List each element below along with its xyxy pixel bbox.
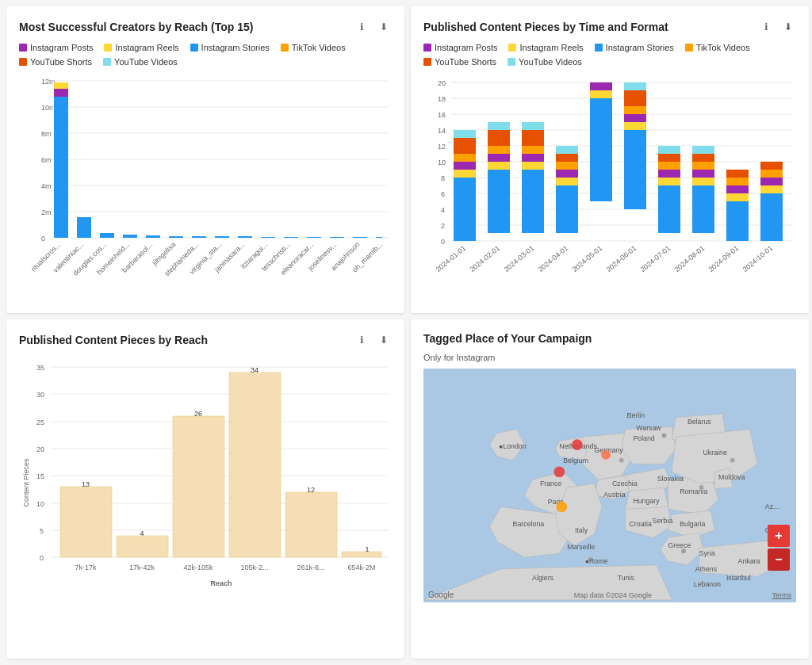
bar-8 [215, 236, 229, 238]
google-logo: Google [428, 590, 454, 599]
label-marseille: Marseille [567, 543, 595, 551]
svg-text:35: 35 [36, 364, 44, 372]
zoom-out-button[interactable]: − [768, 548, 790, 571]
svg-text:20: 20 [438, 79, 446, 87]
bar-oct-stories [760, 193, 783, 241]
bar-jun-posts [624, 114, 646, 122]
label-istanbul: Istanbul [726, 574, 751, 582]
bar-feb-reels [488, 162, 510, 170]
content-time-download-icon[interactable]: ⬇ [780, 19, 796, 35]
creators-actions: ℹ ⬇ [354, 19, 392, 35]
label-slovakia: Slovakia [657, 475, 684, 483]
bar-1-posts [54, 89, 68, 97]
label-london: ●London [499, 442, 527, 450]
creators-svg: 12m 10m 8m 6m 4m 2m 0 [19, 75, 392, 249]
legend-ct-youtube-videos: YouTube Videos [508, 57, 582, 67]
svg-text:17k-42k: 17k-42k [129, 564, 155, 571]
map-dot-7 [730, 458, 735, 463]
bar-13 [330, 237, 344, 238]
map-container[interactable]: Netherlands Belgium Germany Poland Belar… [423, 369, 796, 602]
bar-9 [238, 236, 252, 238]
bar-aug-stories [692, 185, 714, 233]
svg-text:0: 0 [40, 554, 44, 562]
bar-may-reels [590, 90, 612, 98]
bar-may-posts [590, 82, 612, 90]
bar-17k-42k [117, 536, 168, 557]
bar-sep-shorts [726, 170, 749, 178]
y-axis-title: Content Pieces [22, 458, 30, 507]
creators-download-icon[interactable]: ⬇ [376, 19, 392, 35]
y-label-0: 0 [41, 235, 45, 243]
bar-sep-reels [726, 193, 749, 201]
map-dot-10 [588, 557, 593, 562]
bar-feb-tiktok [488, 146, 510, 154]
svg-text:261k-6...: 261k-6... [297, 564, 324, 571]
zoom-in-button[interactable]: + [768, 525, 790, 547]
label-spain: Barcelona [513, 520, 545, 528]
label-hungary: Hungary [633, 497, 660, 505]
y-label-4m: 4m [41, 182, 52, 190]
legend-ct-instagram-reels: Instagram Reels [508, 43, 583, 52]
bar-5 [146, 235, 160, 238]
bar-12 [307, 237, 321, 238]
legend-tiktok-videos: TikTok Videos [281, 43, 346, 52]
bar-mar-tiktok [522, 146, 544, 154]
svg-text:10: 10 [438, 159, 446, 166]
bar-15 [376, 237, 382, 238]
bar-14 [353, 237, 367, 238]
bar-261k [285, 492, 337, 557]
poland-shape [622, 427, 676, 464]
svg-text:10: 10 [36, 500, 44, 508]
reach-title: Published Content Pieces by Reach [19, 334, 208, 346]
label-algiers: Algiers [532, 574, 553, 582]
label-ankara: Ankara [738, 557, 760, 565]
label-ukraine: Ukraine [703, 449, 727, 457]
reach-download-icon[interactable]: ⬇ [376, 332, 392, 348]
bar-10 [261, 237, 275, 238]
bar-oct-tiktok [760, 170, 783, 178]
svg-text:2024-10-01: 2024-10-01 [741, 244, 775, 273]
label-syria: Syria [699, 549, 715, 557]
bar-jan-ytvideos [454, 130, 476, 138]
y-label-10m: 10m [41, 104, 56, 112]
bar-1-reels [54, 82, 68, 89]
bar-42k-105k [173, 416, 224, 557]
content-time-svg: 20 18 16 14 12 10 8 6 4 2 0 [423, 75, 796, 265]
bar-feb-ytvideos [488, 122, 510, 130]
map-terms-link[interactable]: Terms [772, 591, 791, 599]
label-czechia: Czechia [612, 480, 638, 487]
bar-6 [169, 236, 183, 238]
bar-654k [342, 552, 381, 557]
bar-7k-17k [60, 487, 112, 557]
bar-mar-ytvideos [522, 122, 544, 130]
bar-mar-posts [522, 154, 544, 162]
reach-info-icon[interactable]: ℹ [354, 332, 370, 348]
svg-text:4: 4 [441, 206, 445, 214]
reach-actions: ℹ ⬇ [354, 332, 392, 348]
bar-7 [192, 236, 206, 238]
bar-feb-shorts [488, 130, 510, 146]
content-time-info-icon[interactable]: ℹ [758, 19, 774, 35]
bar-aug-tiktok [692, 162, 714, 170]
bar-4 [123, 235, 137, 238]
label-bulgaria: Bulgaria [680, 520, 705, 528]
legend-ct-youtube-shorts: YouTube Shorts [423, 57, 496, 67]
svg-text:105k-2...: 105k-2... [240, 564, 268, 571]
svg-text:2024-03-01: 2024-03-01 [503, 244, 536, 273]
reach-header: Published Content Pieces by Reach ℹ ⬇ [19, 332, 392, 348]
svg-text:2024-09-01: 2024-09-01 [707, 244, 741, 273]
bar-jul-stories [658, 185, 680, 233]
label-belarus: Belarus [688, 418, 711, 426]
map-data-label: Map data ©2024 Google [574, 591, 652, 599]
bar-jul-posts [658, 170, 680, 178]
bar-apr-ytvideos [556, 146, 578, 154]
reach-chart-area: Content Pieces 35 30 25 20 15 10 5 0 [19, 356, 392, 578]
svg-text:16: 16 [438, 111, 446, 119]
bar-feb-stories [488, 170, 510, 233]
svg-text:654k-2M: 654k-2M [347, 564, 375, 571]
label-berlin: Berlin [627, 411, 645, 419]
bar-jun-reels [624, 122, 646, 130]
label-france: France [540, 480, 561, 487]
creators-info-icon[interactable]: ℹ [354, 19, 370, 35]
map-dot-3 [554, 467, 565, 478]
